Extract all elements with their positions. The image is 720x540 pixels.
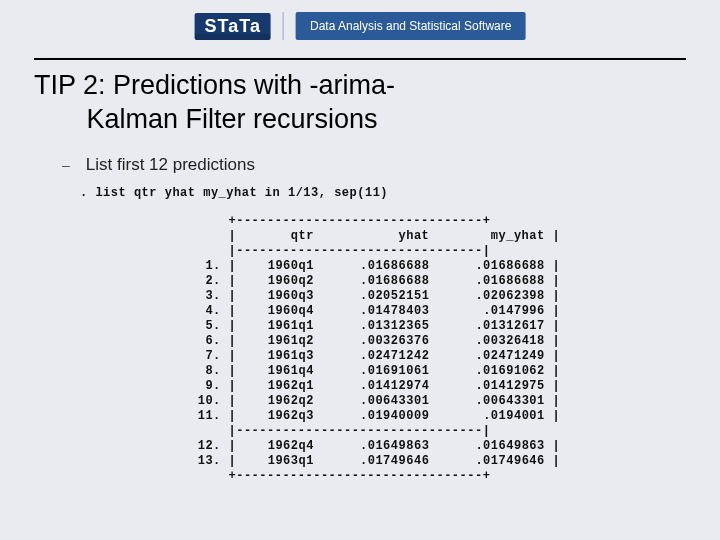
stata-output-table: +--------------------------------+ | qtr… [190, 214, 560, 484]
header-tagline: Data Analysis and Statistical Software [296, 12, 525, 40]
slide: STaTa Data Analysis and Statistical Soft… [0, 0, 720, 540]
stata-command: . list qtr yhat my_yhat in 1/13, sep(11) [80, 186, 388, 201]
header: STaTa Data Analysis and Statistical Soft… [195, 12, 526, 40]
title-rule [34, 58, 686, 60]
bullet-row: – List first 12 predictions [62, 155, 255, 175]
title-line-1: TIP 2: Predictions with -arima- [34, 70, 395, 100]
header-divider [283, 12, 284, 40]
title-line-2: Kalman Filter recursions [87, 104, 378, 134]
stata-logo: STaTa [195, 13, 271, 40]
slide-title: TIP 2: Predictions with -arima- Kalman F… [34, 68, 395, 136]
bullet-dash-icon: – [62, 157, 70, 173]
bullet-text: List first 12 predictions [86, 155, 255, 175]
logo-brand-text: STaTa [205, 16, 261, 37]
